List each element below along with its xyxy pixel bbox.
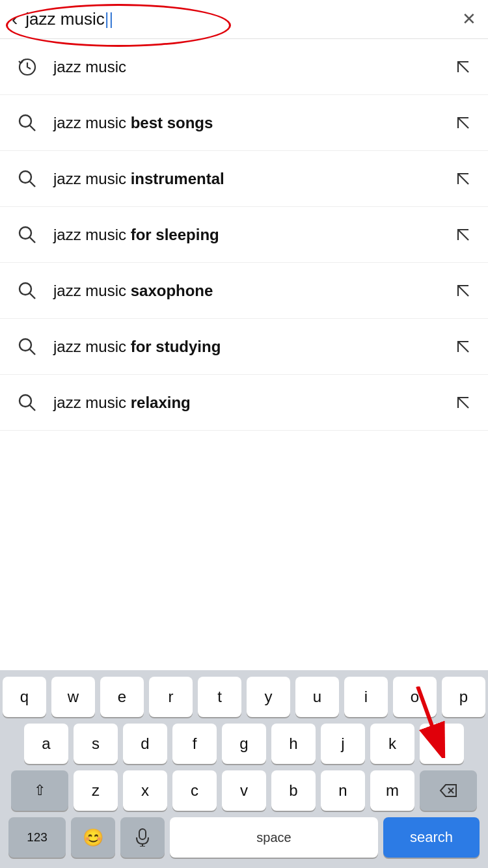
key-m[interactable]: m [370,770,414,811]
svg-line-19 [458,398,468,408]
arrow-fill-icon-4 [452,279,475,303]
emoji-key[interactable]: 😊 [71,817,115,858]
search-icon-2 [13,165,42,193]
svg-point-8 [20,227,31,239]
key-w[interactable]: w [51,677,95,717]
key-a[interactable]: a [24,724,68,764]
shift-key[interactable]: ⇧ [11,770,68,811]
key-x[interactable]: x [123,770,167,811]
suggestion-text-2: jazz music instrumental [53,170,452,188]
key-y[interactable]: y [247,677,290,717]
key-s[interactable]: s [74,724,118,764]
key-z[interactable]: z [74,770,118,811]
svg-point-14 [20,339,31,351]
key-c[interactable]: c [172,770,217,811]
search-icon-1 [13,109,42,137]
svg-line-10 [458,230,468,240]
suggestion-item-4[interactable]: jazz music saxophone [0,263,488,319]
search-icon-4 [13,277,42,305]
key-n[interactable]: n [321,770,365,811]
suggestions-list: jazz music jazz music best songs [0,39,488,431]
key-b[interactable]: b [271,770,316,811]
svg-rect-24 [139,829,146,839]
key-u[interactable]: u [295,677,339,717]
key-k[interactable]: k [370,724,414,764]
arrow-fill-icon-6 [452,391,475,414]
keyboard-row-1: q w e r t y u i o p [3,677,485,717]
key-p[interactable]: p [442,677,485,717]
key-r[interactable]: r [149,677,193,717]
numbers-key[interactable]: 123 [8,817,66,858]
microphone-key[interactable] [120,817,165,858]
search-icon-3 [13,221,42,249]
svg-line-3 [30,126,35,131]
key-h[interactable]: h [271,724,316,764]
suggestion-item-2[interactable]: jazz music instrumental [0,151,488,207]
suggestion-text-0: jazz music [53,58,452,76]
close-button[interactable]: ✕ [462,9,476,29]
svg-line-1 [458,62,468,72]
search-key[interactable]: search [383,817,480,858]
search-input[interactable]: jazz music [25,9,109,29]
back-button[interactable]: ‹ [12,10,18,29]
suggestion-text-4: jazz music saxophone [53,282,452,300]
key-l[interactable]: l [420,724,464,764]
search-icon-6 [13,388,42,417]
key-o[interactable]: o [393,677,437,717]
space-key[interactable]: space [170,817,378,858]
keyboard-row-2: a s d f g h j k l [3,724,485,764]
key-i[interactable]: i [344,677,388,717]
keyboard-row-3: ⇧ z x c v b n m [3,770,485,811]
arrow-fill-icon-3 [452,223,475,247]
key-e[interactable]: e [100,677,144,717]
key-t[interactable]: t [198,677,241,717]
suggestion-text-6: jazz music relaxing [53,394,452,412]
svg-line-6 [30,182,35,187]
arrow-fill-icon-1 [452,111,475,135]
suggestion-item-0[interactable]: jazz music [0,39,488,95]
search-input-wrapper: jazz music| [25,9,454,29]
svg-line-4 [458,118,468,128]
key-j[interactable]: j [321,724,365,764]
key-d[interactable]: d [123,724,167,764]
svg-line-9 [30,237,35,243]
svg-line-12 [30,293,35,299]
delete-key[interactable] [420,770,477,811]
svg-line-7 [458,174,468,184]
key-g[interactable]: g [222,724,266,764]
keyboard-row-4: 123 😊 space search [3,817,485,858]
svg-point-5 [20,171,31,183]
search-bar: ‹ jazz music| ✕ [0,0,488,39]
keyboard: q w e r t y u i o p a s d f g h j k l ⇧ … [0,670,488,868]
key-v[interactable]: v [222,770,266,811]
suggestion-text-3: jazz music for sleeping [53,226,452,244]
svg-point-17 [20,395,31,407]
arrow-fill-icon-2 [452,167,475,191]
suggestion-text-1: jazz music best songs [53,114,452,132]
suggestion-item-6[interactable]: jazz music relaxing [0,375,488,431]
suggestion-item-5[interactable]: jazz music for studying [0,319,488,375]
svg-line-13 [458,286,468,296]
svg-line-16 [458,342,468,352]
arrow-fill-icon-5 [452,335,475,359]
key-q[interactable]: q [3,677,46,717]
search-icon-5 [13,332,42,361]
key-f[interactable]: f [172,724,217,764]
suggestion-item-3[interactable]: jazz music for sleeping [0,207,488,263]
history-icon [13,53,42,81]
svg-point-11 [20,283,31,295]
suggestion-item-1[interactable]: jazz music best songs [0,95,488,151]
arrow-fill-icon-0 [452,55,475,79]
suggestion-text-5: jazz music for studying [53,338,452,356]
svg-point-2 [20,115,31,127]
svg-line-15 [30,349,35,355]
svg-line-18 [30,405,35,411]
